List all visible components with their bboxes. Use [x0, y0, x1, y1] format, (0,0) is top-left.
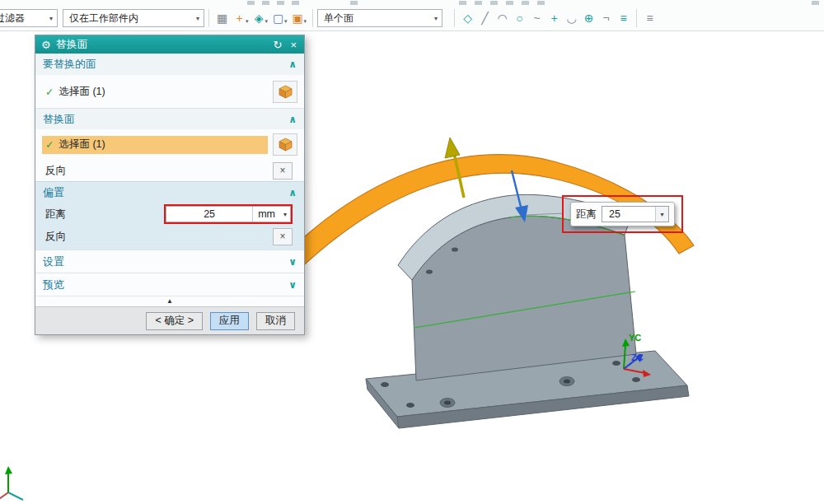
replace-reverse-row: 反向 ×	[35, 160, 304, 181]
plate-hole	[452, 247, 458, 251]
target-selection-row[interactable]: ✓ 选择面 (1)	[35, 75, 304, 108]
dialog-footer: < 确定 > 应用 取消	[35, 306, 304, 334]
offset-group: 偏置 ∧ 距离 25 mm ▾ 反向 ×	[35, 181, 304, 250]
type-filter-label: 过滤器	[0, 12, 25, 26]
top-toolbar: 过滤器 ▾ 仅在工作部件内 ▾ ▦ + ▾ ◈ ▾ ▢ ▾ ▣	[0, 0, 824, 31]
replace-face-dialog: ⚙ 替换面 ↻ × 要替换的面 ∧ ✓ 选择面 (1)	[35, 35, 305, 335]
offset-reverse-row: 反向 ×	[35, 226, 304, 247]
toolbar-separator	[312, 9, 313, 27]
distance-popup-label: 距离	[576, 208, 597, 222]
line-tool-icon[interactable]: ╱	[476, 9, 494, 27]
point-tool-icon[interactable]: +	[545, 9, 563, 27]
chevron-up-icon: ∧	[288, 187, 297, 198]
base-hole	[612, 361, 620, 366]
chevron-down-icon[interactable]: ▾	[655, 207, 668, 222]
target-selection-label: 选择面 (1)	[59, 85, 105, 99]
toolbar-separator	[454, 9, 455, 27]
counterbore-hole	[444, 401, 451, 405]
chevron-down-icon[interactable]: ▾	[280, 207, 290, 222]
distance-value: 25	[166, 207, 252, 222]
offset-direction-arrowhead[interactable]	[445, 138, 460, 158]
base-hole	[406, 403, 414, 408]
triad-z-label: ZC	[631, 352, 644, 362]
arc-tool-icon[interactable]: ◠	[494, 9, 511, 27]
cube-icon	[278, 85, 293, 99]
chevron-up-icon: ∧	[288, 58, 297, 70]
face-rule-label: 单个面	[324, 12, 353, 26]
type-filter-dropdown[interactable]: 过滤器 ▾	[0, 9, 58, 27]
reverse-direction-button[interactable]: ×	[273, 162, 293, 180]
target-tool-icon[interactable]: ⊕	[580, 9, 597, 27]
chevron-up-icon: ∧	[288, 114, 297, 125]
reverse-label: 反向	[45, 230, 66, 244]
chevron-down-icon[interactable]: ▾	[265, 18, 269, 25]
ok-button[interactable]: < 确定 >	[146, 312, 203, 330]
triad-y-label: YC	[629, 333, 641, 343]
onscreen-distance-popup: 距离 25 ▾	[570, 202, 675, 226]
dialog-title: 替换面	[56, 37, 267, 52]
apply-button[interactable]: 应用	[210, 312, 249, 330]
reverse-icon: ×	[279, 165, 285, 176]
gear-icon: ⚙	[41, 39, 51, 51]
chevron-down-icon: ▾	[191, 15, 199, 22]
settings-title: 设置	[43, 254, 64, 269]
replacement-selection-row[interactable]: ✓ 选择面 (1)	[35, 129, 304, 160]
replacement-selection-label: 选择面 (1)	[59, 138, 105, 152]
menu-icon[interactable]: ≡	[641, 9, 658, 27]
collapse-triangle-icon: ▲	[166, 298, 173, 305]
offset-section-title: 偏置	[43, 185, 64, 200]
fillet-tool-icon[interactable]: ◡	[563, 9, 580, 27]
scope-dropdown[interactable]: 仅在工作部件内 ▾	[63, 9, 204, 27]
chevron-down-icon: ∨	[288, 279, 297, 291]
target-section-header[interactable]: 要替换的面 ∧	[35, 54, 304, 75]
grid-icon[interactable]: ▦	[213, 9, 231, 27]
cube-icon	[278, 138, 293, 152]
distance-popup-value: 25	[602, 207, 655, 222]
preview-title: 预览	[43, 278, 64, 292]
circle-tool-icon[interactable]: ○	[511, 9, 528, 27]
target-section-title: 要替换的面	[43, 57, 96, 72]
reverse-icon: ×	[279, 231, 285, 242]
distance-row: 距离 25 mm ▾	[35, 203, 304, 226]
distance-input[interactable]: 25 mm ▾	[166, 206, 291, 222]
corner-tool-icon[interactable]: ¬	[597, 9, 615, 27]
distance-field-highlight: 25 mm ▾	[164, 204, 293, 224]
target-face-select-button[interactable]	[273, 81, 297, 103]
offset-section-header[interactable]: 偏置 ∧	[35, 181, 304, 203]
dialog-collapse-handle[interactable]: ▲	[35, 296, 304, 306]
quick-access-icon[interactable]: ≡	[615, 9, 632, 27]
base-hole	[632, 377, 640, 382]
toolbar-separator	[208, 9, 209, 27]
settings-section-header[interactable]: 设置 ∨	[35, 250, 304, 273]
toolbar-separator	[636, 9, 637, 27]
close-icon[interactable]: ×	[288, 39, 298, 51]
plate-hole	[426, 269, 433, 273]
chevron-down-icon[interactable]: ▾	[304, 18, 307, 25]
dialog-titlebar[interactable]: ⚙ 替换面 ↻ ×	[35, 35, 304, 54]
chevron-down-icon: ∨	[288, 256, 297, 268]
chevron-down-icon: ▾	[44, 15, 53, 22]
face-rule-dropdown[interactable]: 单个面 ▾	[317, 9, 442, 27]
replacement-face-select-button[interactable]	[273, 133, 297, 156]
reverse-label: 反向	[45, 164, 66, 178]
datum-icon[interactable]: ◇	[459, 9, 476, 27]
base-hole	[381, 382, 389, 387]
chevron-down-icon: ▾	[429, 15, 438, 22]
chevron-down-icon[interactable]: ▾	[284, 18, 288, 25]
replace-section-header[interactable]: 替换面 ∧	[35, 108, 304, 129]
scope-label: 仅在工作部件内	[69, 12, 138, 26]
cancel-button[interactable]: 取消	[256, 312, 295, 330]
offset-reverse-button[interactable]: ×	[273, 228, 293, 245]
distance-label: 距离	[45, 208, 66, 222]
application-window: YC ZC 距离 25 ▾	[0, 0, 824, 504]
reset-icon[interactable]: ↻	[272, 39, 284, 51]
spline-tool-icon[interactable]: ~	[528, 9, 545, 27]
corner-triad	[0, 466, 23, 501]
replace-section-title: 替换面	[43, 112, 75, 127]
counterbore-hole	[564, 380, 570, 384]
preview-section-header[interactable]: 预览 ∨	[35, 273, 304, 296]
check-icon: ✓	[45, 138, 54, 151]
chevron-down-icon[interactable]: ▾	[246, 18, 249, 25]
unit-dropdown[interactable]: mm	[252, 207, 280, 222]
distance-popup-input[interactable]: 25 ▾	[602, 206, 669, 222]
